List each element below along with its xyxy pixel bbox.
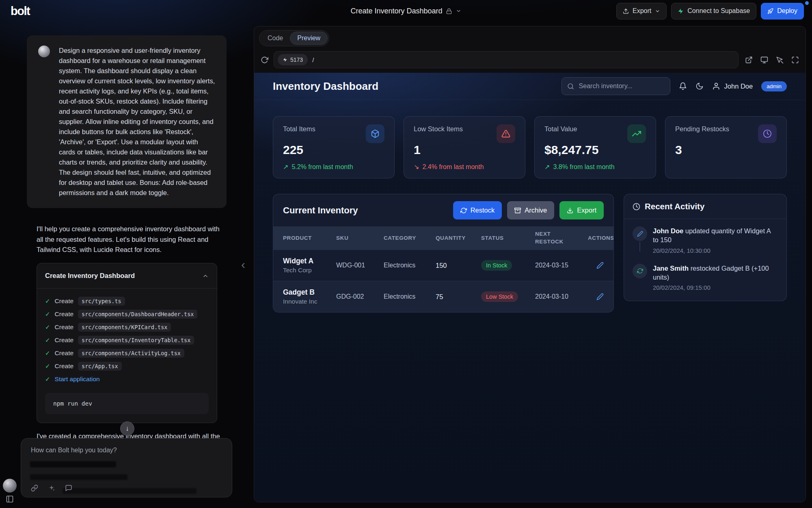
column-header: PRODUCT <box>283 235 336 241</box>
step-label: Create <box>55 363 74 370</box>
edit-row-icon[interactable] <box>596 293 604 300</box>
deploy-button[interactable]: Deploy <box>761 3 804 20</box>
connect-supabase-button[interactable]: Connect to Supabase <box>671 3 756 20</box>
url-path: / <box>312 56 314 63</box>
top-bar-actions: Export Connect to Supabase Deploy <box>616 3 804 20</box>
restock-activity-icon <box>633 264 647 278</box>
kpi-card-low-stock: Low Stock Items 1 ↘ 2.4% from last month <box>404 116 525 178</box>
task-steps: ✓ Create src/types.ts ✓ Create src/compo… <box>37 289 217 388</box>
chat-bubble-icon[interactable] <box>65 484 72 492</box>
kpi-value: 225 <box>283 143 384 157</box>
chat-input-toolbar <box>31 484 72 492</box>
restock-button[interactable]: Restock <box>453 201 502 219</box>
task-card-header[interactable]: Create Inventory Dashboard <box>37 263 217 288</box>
file-chip[interactable]: src/components/KPICard.tsx <box>78 323 171 332</box>
port-number: 5173 <box>290 56 303 63</box>
user-avatar <box>38 46 50 57</box>
start-application-link[interactable]: Start application <box>55 376 100 383</box>
search-icon <box>567 83 574 90</box>
task-step: ✓ Create src/components/InventoryTable.t… <box>45 334 209 347</box>
app-title: Inventory Dashboard <box>273 80 378 93</box>
chat-input[interactable] <box>30 446 225 454</box>
kpi-label: Low Stock Items <box>414 125 463 133</box>
column-header: CATEGORY <box>384 235 436 241</box>
notification-dot <box>805 1 809 5</box>
file-chip[interactable]: src/types.ts <box>78 297 125 306</box>
column-header: ACTIONS <box>588 235 614 241</box>
file-chip[interactable]: src/components/InventoryTable.tsx <box>78 336 194 345</box>
quantity-cell[interactable]: 150 <box>436 262 481 269</box>
chat-input-panel[interactable] <box>21 438 232 497</box>
export-csv-button[interactable]: Export <box>559 201 604 219</box>
dark-mode-toggle-icon[interactable] <box>695 82 704 90</box>
collapse-chat-chevron[interactable]: ‹ <box>241 258 245 271</box>
task-card: Create Inventory Dashboard ✓ Create src/… <box>37 263 217 423</box>
file-chip[interactable]: src/components/ActivityLog.tsx <box>78 349 184 358</box>
check-icon: ✓ <box>45 297 50 305</box>
current-inventory-card: Current Inventory Restock <box>273 194 614 313</box>
scroll-to-bottom-button[interactable]: ↓ <box>120 421 134 436</box>
project-title-dropdown[interactable]: Create Inventory Dashboard <box>350 0 461 22</box>
preview-address-bar[interactable]: 5173 / <box>274 51 739 68</box>
inventory-search[interactable] <box>561 77 670 95</box>
link-icon[interactable] <box>31 484 38 492</box>
package-icon <box>366 124 384 143</box>
app-header: Inventory Dashboard <box>254 73 806 100</box>
project-title: Create Inventory Dashboard <box>350 7 442 15</box>
tab-code[interactable]: Code <box>261 32 290 44</box>
user-name: John Doe <box>724 82 753 90</box>
task-step: ✓ Create src/components/DashboardHeader.… <box>45 308 209 321</box>
kpi-label: Pending Restocks <box>675 125 729 133</box>
sku-cell: GDG-002 <box>336 293 384 300</box>
terminal-command: npm run dev <box>45 393 209 414</box>
connect-supabase-label: Connect to Supabase <box>687 7 750 15</box>
kpi-card-total-items: Total Items 225 ↗ 5.2% from last month <box>273 116 395 178</box>
inspector-off-icon[interactable] <box>776 56 784 64</box>
device-preview-icon[interactable] <box>760 56 768 64</box>
preview-url-row: 5173 / <box>254 48 806 73</box>
file-chip[interactable]: src/components/DashboardHeader.tsx <box>78 310 197 319</box>
archive-button[interactable]: Archive <box>507 201 554 219</box>
user-prompt-text: Design a responsive and user-friendly in… <box>59 46 215 198</box>
sidebar-toggle-icon[interactable] <box>6 495 14 503</box>
user-chip[interactable]: John Doe <box>712 82 753 90</box>
tab-preview[interactable]: Preview <box>290 32 328 45</box>
step-label: Create <box>55 310 74 318</box>
check-icon: ✓ <box>45 310 50 318</box>
clock-icon <box>758 124 777 143</box>
chevron-up-icon[interactable] <box>202 273 209 279</box>
edit-row-icon[interactable] <box>596 262 604 269</box>
port-pill[interactable]: 5173 <box>278 54 308 65</box>
sparkles-icon[interactable] <box>48 484 55 492</box>
kpi-value: $8,247.75 <box>544 143 646 157</box>
lock-icon <box>446 8 452 14</box>
trending-up-icon <box>627 124 646 143</box>
step-label: Create <box>55 297 74 305</box>
task-card-title: Create Inventory Dashboard <box>45 272 135 280</box>
activity-item: John Doe updated quantity of Widget A to… <box>633 226 778 264</box>
kpi-value: 1 <box>414 143 515 157</box>
bell-icon[interactable] <box>679 82 687 90</box>
kpi-label: Total Items <box>283 125 315 133</box>
reload-icon[interactable] <box>261 56 268 64</box>
view-tabs-row: Code Preview <box>254 26 806 48</box>
column-header: NEXT RESTOCK <box>535 230 570 245</box>
quantity-cell[interactable]: 75 <box>436 293 481 301</box>
kpi-card-total-value: Total Value $8,247.75 ↗ 3.8% from last m… <box>534 116 656 178</box>
open-external-icon[interactable] <box>745 56 753 64</box>
task-step: ✓ Create src/App.tsx <box>45 360 209 373</box>
kpi-card-pending-restocks: Pending Restocks 3 <box>665 116 787 178</box>
search-input[interactable] <box>578 82 665 90</box>
role-badge: admin <box>761 81 787 91</box>
export-button[interactable]: Export <box>616 3 667 20</box>
kpi-value: 3 <box>675 143 777 157</box>
check-icon: ✓ <box>45 376 50 383</box>
step-label: Create <box>55 336 74 344</box>
step-label: Create <box>55 323 74 331</box>
task-step-start: ✓ Start application <box>45 373 209 386</box>
file-chip[interactable]: src/App.tsx <box>78 362 121 371</box>
account-avatar[interactable] <box>3 479 17 493</box>
user-icon <box>712 82 720 90</box>
fullscreen-icon[interactable] <box>791 56 799 64</box>
column-header: QUANTITY <box>436 235 481 241</box>
